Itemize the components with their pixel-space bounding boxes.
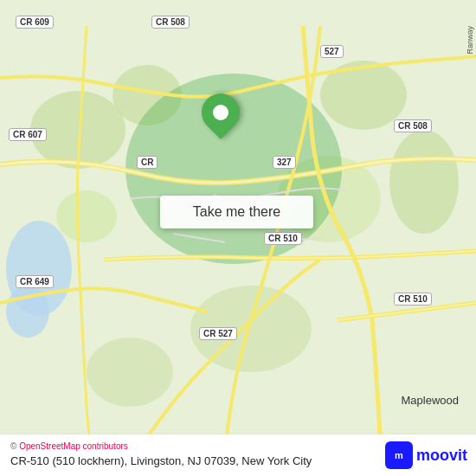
map-container: CR 609 CR 508 CR 607 CR 508 527 CR 327 C… [0, 0, 476, 476]
pin-marker [194, 86, 248, 139]
road-label-cr508-top: CR 508 [151, 16, 190, 29]
take-me-there-button[interactable]: Take me there [160, 196, 313, 228]
road-label-cr510-mid: CR 510 [264, 232, 302, 245]
road-label-cr508-right: CR 508 [394, 119, 432, 132]
road-label-327: 327 [273, 156, 296, 169]
moovit-icon: m [385, 441, 413, 469]
svg-text:m: m [395, 450, 403, 460]
moovit-text: moovit [416, 447, 467, 465]
osm-link[interactable]: OpenStreetMap contributors [19, 441, 128, 451]
location-text: CR-510 (510 lockhern), Livingston, NJ 07… [10, 454, 312, 467]
location-pin [202, 93, 240, 132]
road-label-cr607: CR 607 [9, 128, 47, 141]
maplewood-label: Maplewood [402, 394, 460, 407]
ranway-label: Ranway [466, 26, 474, 55]
svg-point-10 [56, 190, 117, 242]
road-label-cr649: CR 649 [16, 275, 54, 288]
svg-point-9 [87, 338, 173, 407]
road-label-cr510-bot: CR 510 [394, 293, 432, 306]
copyright-symbol: © [10, 441, 16, 451]
road-label-527: 527 [320, 45, 344, 58]
pin-inner [213, 105, 228, 120]
bottom-bar: © OpenStreetMap contributors CR-510 (510… [0, 434, 476, 476]
svg-point-6 [389, 130, 459, 234]
road-label-cr-mid: CR [137, 156, 158, 169]
road-label-cr609: CR 609 [16, 16, 54, 29]
moovit-logo: m moovit [385, 441, 467, 469]
road-label-cr527-bot: CR 527 [199, 327, 237, 340]
